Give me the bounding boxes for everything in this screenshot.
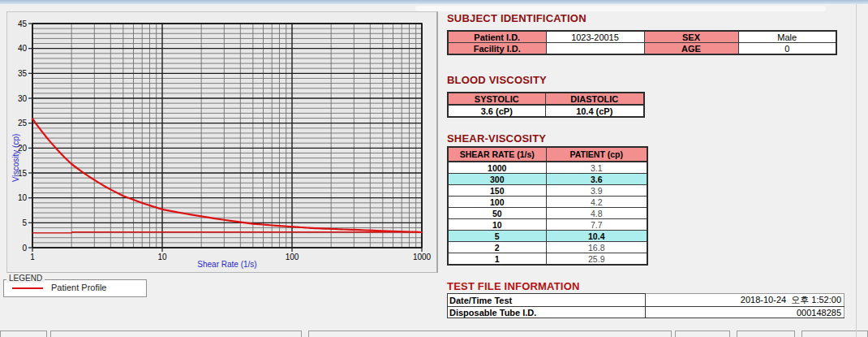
shear-rate-cell: 5 [448,231,546,242]
patient-value-cell: 7.7 [546,219,647,231]
sex-label: SEX [644,31,738,43]
facility-id-label: Facility I.D. [448,43,546,55]
table-row: 125.9 [448,253,647,266]
svg-text:25: 25 [18,119,28,127]
patient-value-cell: 4.8 [546,208,647,219]
legend-groupbox: LEGEND Patient Profile [2,273,147,297]
svg-text:0: 0 [22,244,27,253]
svg-text:40: 40 [18,44,28,53]
age-value: 0 [738,43,836,55]
x-axis-title: Shear Rate (1/s) [32,260,422,269]
status-panel [50,331,302,337]
subject-identification-table: Patient I.D. 1023-20015 SEX Male Facilit… [447,30,837,55]
top-highlight-band [415,6,826,11]
viscosity-chart: 0510152025303540451101001000 [7,12,436,266]
diastolic-header: DIASTOLIC [545,93,644,105]
svg-text:35: 35 [18,69,28,78]
shear-rate-header: SHEAR RATE (1/s) [448,147,546,162]
test-file-information-table: Date/Time Test 2018-10-24 오후 1:52:00 Dis… [447,293,844,318]
status-panel [0,331,47,337]
table-row: Date/Time Test 2018-10-24 오후 1:52:00 [448,294,844,307]
svg-text:45: 45 [18,19,28,28]
patient-value-cell: 4.2 [546,197,647,208]
window-top-strip [0,0,868,4]
table-header-row: SHEAR RATE (1/s) PATIENT (cp) [448,147,647,162]
patient-value-cell: 3.1 [546,162,647,174]
blood-viscosity-table: SYSTOLIC DIASTOLIC 3.6 (cP) 10.4 (cP) [447,92,645,118]
application-window: 0510152025303540451101001000 Viscosity (… [0,0,868,337]
table-row: 10003.1 [448,162,647,174]
shear-viscosity-title: SHEAR-VISCOSITY [447,132,546,145]
svg-text:5: 5 [22,218,27,227]
table-row: 3003.6 [448,174,647,185]
legend-entry-label: Patient Profile [51,283,106,292]
status-panel [308,331,672,337]
blood-viscosity-title: BLOOD VISCOSITY [447,74,547,86]
table-row: Patient I.D. 1023-20015 SEX Male [448,31,836,43]
table-row: 504.8 [448,208,647,219]
legend-line-swatch [12,287,43,289]
table-row: 1503.9 [448,185,647,197]
sex-value: Male [738,31,836,43]
disposable-tube-id-value: 000148285 [646,307,844,318]
shear-rate-cell: 100 [448,197,546,208]
status-panel [675,331,730,337]
systolic-header: SYSTOLIC [448,93,545,105]
patient-value-cell: 3.6 [546,174,647,185]
date-time-test-value: 2018-10-24 오후 1:52:00 [646,294,844,307]
table-row: SYSTOLIC DIASTOLIC [448,93,644,105]
svg-text:10: 10 [18,193,28,202]
shear-rate-cell: 1000 [448,162,546,174]
table-row: 1004.2 [448,197,647,208]
window-edge-divider [856,4,857,337]
diastolic-value: 10.4 (cP) [545,105,644,117]
table-row: 510.4 [448,231,647,242]
facility-id-value [546,43,644,55]
shear-rate-cell: 50 [448,208,546,219]
shear-rate-cell: 10 [448,219,546,231]
age-label: AGE [644,43,738,55]
table-row: Disposable Tube I.D. 000148285 [448,307,844,318]
table-row: 216.8 [448,242,647,253]
patient-id-label: Patient I.D. [448,31,546,43]
shear-viscosity-table: SHEAR RATE (1/s) PATIENT (cp) 10003.1 30… [447,146,648,266]
disposable-tube-id-label: Disposable Tube I.D. [448,307,646,318]
subject-identification-title: SUBJECT IDENTIFICATION [447,12,587,24]
systolic-value: 3.6 (cP) [448,105,545,117]
table-row: 107.7 [448,219,647,231]
patient-cp-header: PATIENT (cp) [546,147,647,162]
viscosity-chart-panel: 0510152025303540451101001000 Viscosity (… [6,11,438,273]
shear-rate-cell: 300 [448,174,546,185]
patient-id-value: 1023-20015 [546,31,644,43]
svg-text:30: 30 [18,94,28,103]
patient-value-cell: 10.4 [546,231,647,242]
status-panel [737,331,795,337]
date-time-test-label: Date/Time Test [448,294,646,307]
shear-rate-cell: 2 [448,242,546,253]
status-panel [801,331,868,337]
patient-value-cell: 3.9 [546,185,647,197]
test-file-information-title: TEST FILE INFORMATION [447,280,580,292]
patient-value-cell: 16.8 [546,242,647,253]
table-row: 3.6 (cP) 10.4 (cP) [448,105,644,117]
table-row: Facility I.D. AGE 0 [448,43,836,55]
status-bar [0,331,868,337]
shear-rate-cell: 150 [448,185,546,197]
legend-groupbox-label: LEGEND [6,274,45,283]
shear-rate-cell: 1 [448,253,546,266]
patient-value-cell: 25.9 [546,253,647,266]
y-axis-title: Viscosity (cp) [11,134,20,182]
